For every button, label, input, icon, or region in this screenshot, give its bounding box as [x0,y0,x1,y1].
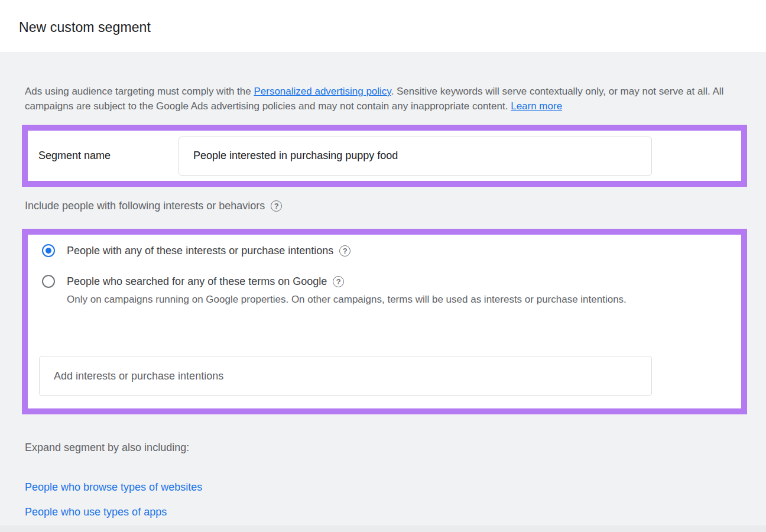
personalized-advertising-policy-link[interactable]: Personalized advertising policy [254,86,391,97]
new-custom-segment-dialog: New custom segment Ads using audience ta… [0,0,766,532]
radio-option-search-terms-label: People who searched for any of these ter… [67,275,327,288]
radio-button-search-terms[interactable] [42,275,55,288]
add-interests-input[interactable] [39,356,652,396]
radio-label-row: People with any of these interests or pu… [67,245,350,257]
dialog-header: New custom segment [0,0,766,53]
bottom-edge-strip [0,525,766,532]
help-icon[interactable]: ? [333,276,344,287]
radio-label-row: People who searched for any of these ter… [67,275,344,288]
expand-section-heading: Expand segment by also including: [25,442,189,454]
learn-more-link[interactable]: Learn more [511,100,562,112]
interests-highlight-box: People with any of these interests or pu… [22,229,747,414]
browse-websites-link[interactable]: People who browse types of websites [25,481,202,494]
interests-options-panel: People with any of these interests or pu… [28,235,741,408]
segment-name-row: Segment name [28,131,741,181]
radio-option-interests[interactable]: People with any of these interests or pu… [42,244,350,257]
radio-option-interests-label: People with any of these interests or pu… [67,245,333,257]
include-section-heading-row: Include people with following interests … [25,200,282,212]
policy-disclaimer: Ads using audience targeting must comply… [25,84,738,113]
help-icon[interactable]: ? [339,245,350,257]
segment-name-highlight-box: Segment name [22,125,747,187]
segment-name-input[interactable] [178,137,652,176]
search-terms-description: Only on campaigns running on Google prop… [67,292,627,307]
help-icon[interactable]: ? [271,200,282,212]
segment-name-label: Segment name [38,150,178,162]
include-section-heading: Include people with following interests … [25,200,265,212]
radio-button-interests[interactable] [42,244,55,257]
radio-option-search-terms[interactable]: People who searched for any of these ter… [42,275,344,288]
page-title: New custom segment [19,20,151,35]
dialog-content: Ads using audience targeting must comply… [0,53,766,532]
disclaimer-text: Ads using audience targeting must comply… [25,86,254,97]
use-apps-link[interactable]: People who use types of apps [25,506,167,518]
